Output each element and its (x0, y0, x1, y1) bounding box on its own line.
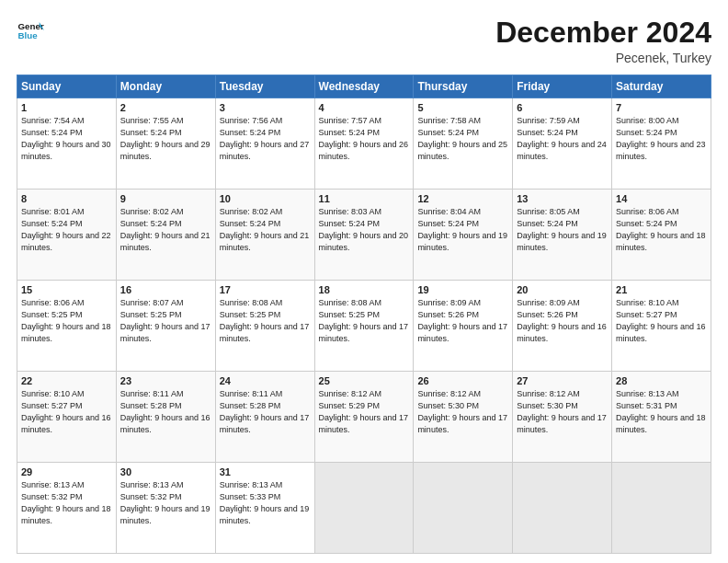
subtitle: Pecenek, Turkey (495, 51, 711, 65)
calendar-week-3: 15Sunrise: 8:06 AMSunset: 5:25 PMDayligh… (17, 281, 711, 372)
svg-text:Blue: Blue (18, 30, 39, 40)
calendar-dow-wednesday: Wednesday (314, 75, 414, 98)
calendar-cell (513, 463, 612, 554)
day-detail: Sunrise: 8:10 AMSunset: 5:27 PMDaylight:… (21, 388, 112, 436)
day-detail: Sunrise: 8:00 AMSunset: 5:24 PMDaylight:… (616, 115, 707, 163)
calendar-cell: 22Sunrise: 8:10 AMSunset: 5:27 PMDayligh… (17, 372, 117, 463)
calendar-cell (414, 463, 513, 554)
main-title: December 2024 (495, 17, 711, 49)
day-detail: Sunrise: 8:06 AMSunset: 5:24 PMDaylight:… (616, 206, 707, 254)
day-number: 31 (220, 466, 311, 477)
calendar-week-2: 8Sunrise: 8:01 AMSunset: 5:24 PMDaylight… (17, 190, 711, 281)
page: General Blue December 2024 Pecenek, Turk… (0, 0, 728, 563)
day-number: 16 (120, 284, 211, 295)
calendar-dow-friday: Friday (513, 75, 612, 98)
day-number: 8 (21, 193, 112, 204)
calendar-header-row: SundayMondayTuesdayWednesdayThursdayFrid… (17, 75, 711, 98)
day-number: 10 (220, 193, 311, 204)
calendar-cell: 19Sunrise: 8:09 AMSunset: 5:26 PMDayligh… (414, 281, 513, 372)
day-number: 27 (517, 375, 608, 386)
day-number: 28 (616, 375, 707, 386)
calendar-table: SundayMondayTuesdayWednesdayThursdayFrid… (17, 75, 711, 554)
calendar-cell: 29Sunrise: 8:13 AMSunset: 5:32 PMDayligh… (17, 463, 117, 554)
day-detail: Sunrise: 8:03 AMSunset: 5:24 PMDaylight:… (319, 206, 410, 254)
calendar-cell: 6Sunrise: 7:59 AMSunset: 5:24 PMDaylight… (513, 98, 612, 190)
day-detail: Sunrise: 7:55 AMSunset: 5:24 PMDaylight:… (120, 115, 211, 163)
calendar-cell: 8Sunrise: 8:01 AMSunset: 5:24 PMDaylight… (17, 190, 117, 281)
day-detail: Sunrise: 8:13 AMSunset: 5:31 PMDaylight:… (616, 388, 707, 436)
calendar-cell: 21Sunrise: 8:10 AMSunset: 5:27 PMDayligh… (612, 281, 711, 372)
calendar-cell (612, 463, 711, 554)
day-number: 13 (517, 193, 608, 204)
day-number: 15 (21, 284, 112, 295)
calendar-cell: 14Sunrise: 8:06 AMSunset: 5:24 PMDayligh… (612, 190, 711, 281)
day-detail: Sunrise: 8:07 AMSunset: 5:25 PMDaylight:… (120, 297, 211, 345)
day-detail: Sunrise: 8:09 AMSunset: 5:26 PMDaylight:… (517, 297, 608, 345)
day-number: 7 (616, 102, 707, 113)
day-detail: Sunrise: 8:02 AMSunset: 5:24 PMDaylight:… (120, 206, 211, 254)
day-number: 19 (417, 284, 508, 295)
day-detail: Sunrise: 8:08 AMSunset: 5:25 PMDaylight:… (220, 297, 311, 345)
calendar-cell (314, 463, 414, 554)
day-number: 25 (319, 375, 410, 386)
day-detail: Sunrise: 7:57 AMSunset: 5:24 PMDaylight:… (319, 115, 410, 163)
day-detail: Sunrise: 8:12 AMSunset: 5:30 PMDaylight:… (517, 388, 608, 436)
day-detail: Sunrise: 8:09 AMSunset: 5:26 PMDaylight:… (417, 297, 508, 345)
calendar-dow-thursday: Thursday (414, 75, 513, 98)
logo-icon: General Blue (17, 17, 44, 44)
day-number: 29 (21, 466, 112, 477)
calendar-cell: 12Sunrise: 8:04 AMSunset: 5:24 PMDayligh… (414, 190, 513, 281)
day-number: 17 (220, 284, 311, 295)
calendar-cell: 26Sunrise: 8:12 AMSunset: 5:30 PMDayligh… (414, 372, 513, 463)
day-number: 24 (220, 375, 311, 386)
calendar-dow-sunday: Sunday (17, 75, 117, 98)
calendar-cell: 31Sunrise: 8:13 AMSunset: 5:33 PMDayligh… (215, 463, 314, 554)
day-number: 20 (517, 284, 608, 295)
day-number: 2 (120, 102, 211, 113)
day-number: 23 (120, 375, 211, 386)
day-detail: Sunrise: 8:10 AMSunset: 5:27 PMDaylight:… (616, 297, 707, 345)
calendar-dow-tuesday: Tuesday (215, 75, 314, 98)
calendar-cell: 9Sunrise: 8:02 AMSunset: 5:24 PMDaylight… (116, 190, 215, 281)
calendar-cell: 4Sunrise: 7:57 AMSunset: 5:24 PMDaylight… (314, 98, 414, 190)
calendar-cell: 7Sunrise: 8:00 AMSunset: 5:24 PMDaylight… (612, 98, 711, 190)
header: General Blue December 2024 Pecenek, Turk… (17, 17, 711, 65)
calendar-cell: 15Sunrise: 8:06 AMSunset: 5:25 PMDayligh… (17, 281, 117, 372)
day-detail: Sunrise: 8:05 AMSunset: 5:24 PMDaylight:… (517, 206, 608, 254)
day-number: 18 (319, 284, 410, 295)
day-detail: Sunrise: 8:12 AMSunset: 5:30 PMDaylight:… (417, 388, 508, 436)
calendar-cell: 10Sunrise: 8:02 AMSunset: 5:24 PMDayligh… (215, 190, 314, 281)
day-detail: Sunrise: 8:13 AMSunset: 5:32 PMDaylight:… (120, 479, 211, 527)
day-number: 11 (319, 193, 410, 204)
calendar-cell: 17Sunrise: 8:08 AMSunset: 5:25 PMDayligh… (215, 281, 314, 372)
calendar-cell: 20Sunrise: 8:09 AMSunset: 5:26 PMDayligh… (513, 281, 612, 372)
day-number: 1 (21, 102, 112, 113)
day-detail: Sunrise: 8:08 AMSunset: 5:25 PMDaylight:… (319, 297, 410, 345)
calendar-cell: 5Sunrise: 7:58 AMSunset: 5:24 PMDaylight… (414, 98, 513, 190)
calendar-dow-monday: Monday (116, 75, 215, 98)
calendar-cell: 18Sunrise: 8:08 AMSunset: 5:25 PMDayligh… (314, 281, 414, 372)
day-number: 4 (319, 102, 410, 113)
calendar-cell: 16Sunrise: 8:07 AMSunset: 5:25 PMDayligh… (116, 281, 215, 372)
day-detail: Sunrise: 7:58 AMSunset: 5:24 PMDaylight:… (417, 115, 508, 163)
calendar-cell: 25Sunrise: 8:12 AMSunset: 5:29 PMDayligh… (314, 372, 414, 463)
calendar-cell: 23Sunrise: 8:11 AMSunset: 5:28 PMDayligh… (116, 372, 215, 463)
day-number: 6 (517, 102, 608, 113)
day-number: 14 (616, 193, 707, 204)
logo: General Blue (17, 17, 44, 44)
day-detail: Sunrise: 8:13 AMSunset: 5:33 PMDaylight:… (220, 479, 311, 527)
day-detail: Sunrise: 7:54 AMSunset: 5:24 PMDaylight:… (21, 115, 112, 163)
calendar-week-5: 29Sunrise: 8:13 AMSunset: 5:32 PMDayligh… (17, 463, 711, 554)
calendar-cell: 24Sunrise: 8:11 AMSunset: 5:28 PMDayligh… (215, 372, 314, 463)
day-detail: Sunrise: 8:02 AMSunset: 5:24 PMDaylight:… (220, 206, 311, 254)
calendar-cell: 2Sunrise: 7:55 AMSunset: 5:24 PMDaylight… (116, 98, 215, 190)
calendar-cell: 28Sunrise: 8:13 AMSunset: 5:31 PMDayligh… (612, 372, 711, 463)
day-number: 12 (417, 193, 508, 204)
calendar-cell: 11Sunrise: 8:03 AMSunset: 5:24 PMDayligh… (314, 190, 414, 281)
day-detail: Sunrise: 7:56 AMSunset: 5:24 PMDaylight:… (220, 115, 311, 163)
day-number: 26 (417, 375, 508, 386)
calendar-cell: 1Sunrise: 7:54 AMSunset: 5:24 PMDaylight… (17, 98, 117, 190)
day-detail: Sunrise: 8:12 AMSunset: 5:29 PMDaylight:… (319, 388, 410, 436)
day-number: 22 (21, 375, 112, 386)
title-block: December 2024 Pecenek, Turkey (495, 17, 711, 65)
